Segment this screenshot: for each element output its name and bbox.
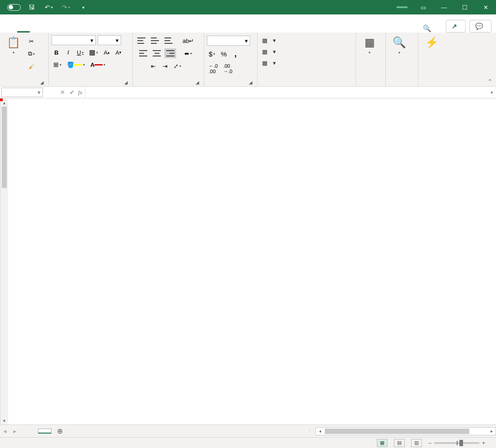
tab-split-grip[interactable]: ⋮ xyxy=(304,428,315,434)
conditional-formatting-button[interactable]: ▦▾ xyxy=(260,36,278,45)
clipboard-launcher-icon[interactable]: ◢ xyxy=(40,80,44,85)
merge-center-button[interactable]: ⬌▾ xyxy=(182,48,194,58)
tab-formulas[interactable] xyxy=(55,25,68,33)
sheet-tab-bar: ◄ ► ⊕ ⋮ ◂▸ xyxy=(0,425,496,437)
cut-button[interactable]: ✂ xyxy=(27,36,37,46)
ribbon: 📋 ▾ ✂ ⧉▾ 🖌 ◢ ▾ ▾ B I U▾ ▦▾ A▴ xyxy=(0,33,496,87)
vertical-scrollbar[interactable]: ▴▾ xyxy=(0,98,8,425)
collapse-ribbon-icon[interactable]: ⌃ xyxy=(487,78,492,85)
enter-formula-icon[interactable]: ✔ xyxy=(70,89,75,96)
paste-button[interactable]: 📋 ▾ xyxy=(3,34,24,55)
tab-view[interactable] xyxy=(93,25,106,33)
redo-icon[interactable]: ↷▾ xyxy=(60,1,72,14)
comments-button[interactable]: 💬 xyxy=(469,20,491,33)
sign-in-button[interactable] xyxy=(397,6,407,8)
table-icon: ▦ xyxy=(262,48,267,55)
undo-icon[interactable]: ↶▾ xyxy=(42,1,55,14)
qat-customize-icon[interactable]: ▾ xyxy=(77,1,89,14)
number-launcher-icon[interactable]: ◢ xyxy=(249,80,253,85)
align-left-button[interactable] xyxy=(137,48,149,58)
percent-format-button[interactable]: % xyxy=(219,49,229,59)
share-button[interactable]: ↗ xyxy=(446,20,466,33)
ribbon-mode-icon[interactable]: ▭ xyxy=(413,0,434,14)
status-bar: ▦ ▤ ▥ – + xyxy=(0,437,496,448)
sheet-nav-next-icon[interactable]: ► xyxy=(10,429,20,434)
cell-styles-icon: ▦ xyxy=(262,60,267,66)
clipboard-icon: 📋 xyxy=(7,36,20,49)
comma-format-button[interactable]: , xyxy=(230,48,240,60)
expand-formula-bar-icon[interactable]: ▾ xyxy=(487,87,496,98)
bold-button[interactable]: B xyxy=(51,47,61,57)
tab-review[interactable] xyxy=(80,25,93,33)
underline-button[interactable]: U▾ xyxy=(75,47,85,57)
shrink-font-button[interactable]: A▾ xyxy=(113,47,123,57)
find-icon: 🔍 xyxy=(393,36,406,49)
minimize-icon[interactable]: — xyxy=(434,0,454,14)
orientation-button[interactable]: ⤢▾ xyxy=(172,61,183,71)
comment-icon: 💬 xyxy=(475,23,483,30)
wrap-text-button[interactable]: ab↵ xyxy=(181,36,196,46)
tell-me-search[interactable]: 🔍 xyxy=(416,24,442,33)
save-icon[interactable]: 🖫 xyxy=(25,1,38,14)
sheet-tab-active[interactable] xyxy=(38,429,51,434)
increase-indent-button[interactable]: ⇥ xyxy=(160,61,170,71)
number-format-select[interactable]: ▾ xyxy=(207,36,250,46)
name-box[interactable]: ▾ xyxy=(1,88,43,97)
accounting-format-button[interactable]: $▾ xyxy=(207,49,217,59)
tab-file[interactable] xyxy=(5,25,17,33)
normal-view-button[interactable]: ▦ xyxy=(377,439,388,447)
autosave-toggle[interactable] xyxy=(5,4,21,11)
align-bottom-button[interactable] xyxy=(163,36,174,46)
tab-help[interactable] xyxy=(106,25,118,33)
increase-decimal-button[interactable]: ←.0.00 xyxy=(207,62,220,75)
editing-button[interactable]: 🔍 ▾ xyxy=(388,34,410,55)
cancel-formula-icon[interactable]: ✕ xyxy=(60,89,65,96)
align-top-button[interactable] xyxy=(136,36,147,46)
sheet-nav-prev-icon[interactable]: ◄ xyxy=(0,429,10,434)
fill-color-button[interactable]: 🪣▾ xyxy=(65,60,87,70)
formula-input[interactable] xyxy=(85,87,487,98)
page-layout-view-button[interactable]: ▤ xyxy=(394,439,405,447)
cell-styles-button[interactable]: ▦▾ xyxy=(260,59,278,67)
border-button[interactable]: ▦▾ xyxy=(87,47,100,57)
close-icon[interactable]: ✕ xyxy=(475,0,496,14)
title-bar: 🖫 ↶▾ ↷▾ ▾ ▭ — ☐ ✕ xyxy=(0,0,496,14)
spreadsheet-grid[interactable]: ▴▾ xyxy=(0,98,496,425)
decrease-decimal-button[interactable]: .00→.0 xyxy=(221,62,234,75)
page-break-view-button[interactable]: ▥ xyxy=(411,439,422,447)
align-center-button[interactable] xyxy=(151,48,163,58)
borders-button[interactable]: ⊞▾ xyxy=(51,60,63,70)
copy-button[interactable]: ⧉▾ xyxy=(26,49,37,59)
merge-icon: ⬌ xyxy=(184,50,189,57)
zoom-slider[interactable] xyxy=(434,442,479,444)
maximize-icon[interactable]: ☐ xyxy=(454,0,475,14)
ideas-button[interactable]: ⚡ xyxy=(421,34,443,50)
font-name-select[interactable]: ▾ xyxy=(51,35,96,45)
tab-page-layout[interactable] xyxy=(42,25,55,33)
fx-icon[interactable]: fx xyxy=(78,87,85,98)
zoom-in-button[interactable]: + xyxy=(482,440,485,446)
tab-data[interactable] xyxy=(68,25,80,33)
copy-icon: ⧉ xyxy=(28,50,32,57)
tab-insert[interactable] xyxy=(30,25,42,33)
decrease-indent-button[interactable]: ⇤ xyxy=(148,61,158,71)
italic-button[interactable]: I xyxy=(63,47,73,57)
cells-button[interactable]: ▦ ▾ xyxy=(359,34,380,55)
formula-bar: ▾ ✕ ✔ fx ▾ xyxy=(0,87,496,98)
tab-home[interactable] xyxy=(17,25,30,33)
grow-font-button[interactable]: A▴ xyxy=(102,47,112,57)
font-launcher-icon[interactable]: ◢ xyxy=(124,80,128,85)
new-sheet-button[interactable]: ⊕ xyxy=(51,427,68,435)
ribbon-tabs: 🔍 ↗ 💬 xyxy=(0,14,496,33)
font-size-select[interactable]: ▾ xyxy=(98,35,121,45)
align-right-button[interactable] xyxy=(164,48,176,58)
format-painter-button[interactable]: 🖌 xyxy=(27,61,37,71)
cells-icon: ▦ xyxy=(365,36,375,49)
align-middle-button[interactable] xyxy=(149,36,161,46)
horizontal-scrollbar[interactable]: ◂▸ xyxy=(315,427,496,435)
format-as-table-button[interactable]: ▦▾ xyxy=(260,47,278,56)
share-icon: ↗ xyxy=(452,23,457,30)
alignment-launcher-icon[interactable]: ◢ xyxy=(196,80,199,85)
font-color-button[interactable]: A▾ xyxy=(89,60,107,70)
zoom-out-button[interactable]: – xyxy=(428,440,431,446)
